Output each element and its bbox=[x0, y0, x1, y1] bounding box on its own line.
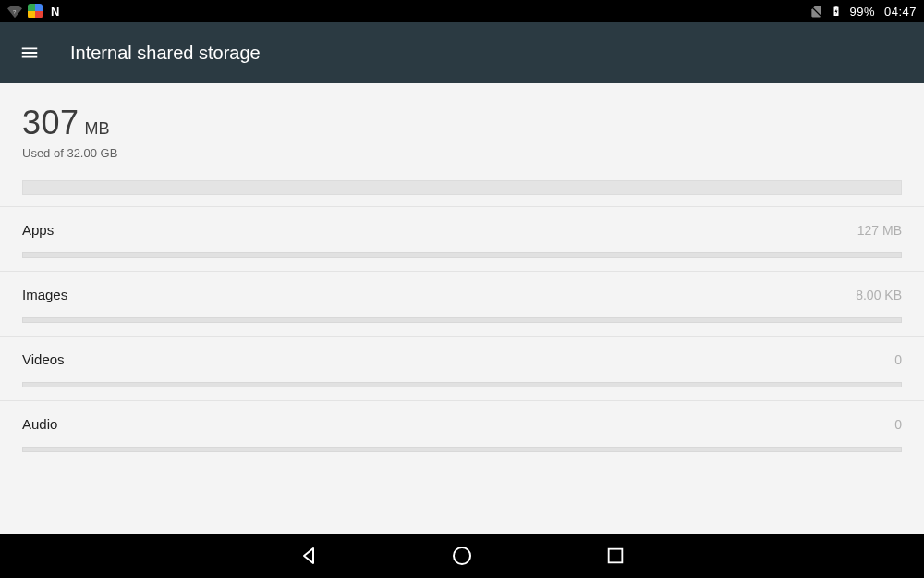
clock: 04:47 bbox=[884, 5, 917, 18]
back-button[interactable] bbox=[297, 544, 321, 568]
svg-rect-6 bbox=[609, 549, 623, 563]
n-icon: N bbox=[48, 4, 63, 18]
category-audio[interactable]: Audio 0 bbox=[0, 400, 924, 465]
category-images[interactable]: Images 8.00 KB bbox=[0, 271, 924, 336]
battery-charging-icon bbox=[829, 4, 844, 18]
content[interactable]: 307 MB Used of 32.00 GB Apps 127 MB Imag… bbox=[0, 83, 924, 534]
category-list: Apps 127 MB Images 8.00 KB Videos 0 bbox=[0, 206, 924, 465]
page-title: Internal shared storage bbox=[70, 43, 261, 64]
no-sim-icon bbox=[808, 4, 823, 18]
nav-bar bbox=[0, 534, 924, 578]
menu-icon[interactable] bbox=[18, 42, 41, 64]
category-bar bbox=[22, 317, 902, 323]
storage-summary: 307 MB Used of 32.00 GB bbox=[0, 83, 924, 206]
svg-rect-3 bbox=[835, 6, 837, 7]
status-bar: ? N 99% 04:47 bbox=[0, 0, 924, 22]
category-bar bbox=[22, 382, 902, 387]
used-amount: 307 bbox=[22, 104, 79, 142]
category-label: Videos bbox=[22, 351, 65, 367]
app-icon bbox=[28, 4, 43, 18]
category-apps[interactable]: Apps 127 MB bbox=[0, 206, 924, 271]
category-size: 0 bbox=[894, 352, 902, 367]
category-bar bbox=[22, 447, 902, 452]
used-unit: MB bbox=[85, 119, 110, 139]
svg-point-5 bbox=[454, 547, 470, 564]
category-size: 8.00 KB bbox=[856, 288, 902, 302]
recents-button[interactable] bbox=[603, 544, 627, 568]
category-videos[interactable]: Videos 0 bbox=[0, 336, 924, 400]
app-bar: Internal shared storage bbox=[0, 22, 924, 83]
category-label: Images bbox=[22, 287, 67, 302]
category-label: Apps bbox=[22, 222, 54, 238]
category-size: 0 bbox=[894, 417, 902, 432]
wifi-icon: ? bbox=[7, 4, 22, 18]
home-button[interactable] bbox=[450, 544, 474, 568]
category-size: 127 MB bbox=[857, 223, 902, 238]
category-label: Audio bbox=[22, 416, 57, 432]
used-subtitle: Used of 32.00 GB bbox=[22, 146, 902, 160]
battery-percent: 99% bbox=[849, 5, 875, 18]
storage-bar bbox=[22, 180, 902, 195]
category-bar bbox=[22, 252, 902, 258]
